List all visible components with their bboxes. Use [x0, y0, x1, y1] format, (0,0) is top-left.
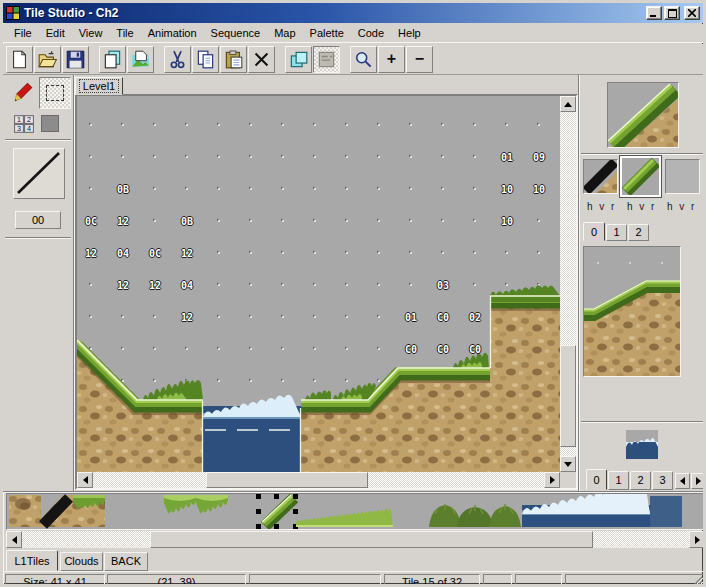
map-code: C0	[437, 312, 449, 323]
menu-animation[interactable]: Animation	[141, 25, 204, 41]
select-tool[interactable]	[39, 77, 71, 109]
anim-tab-0[interactable]: 0	[583, 222, 605, 241]
frame-tab-2[interactable]: 2	[630, 471, 651, 490]
vscroll-thumb[interactable]	[560, 345, 576, 447]
duplicate-tile-button[interactable]	[99, 46, 126, 73]
zoom-out-button[interactable]: −	[406, 46, 433, 73]
tile-variant-empty[interactable]	[665, 159, 700, 194]
zoom-button[interactable]	[350, 46, 377, 73]
map-vscrollbar[interactable]	[560, 96, 576, 472]
new-document-icon	[10, 50, 29, 69]
open-button[interactable]	[34, 46, 61, 73]
titlebar[interactable]: Tile Studio - Ch2	[3, 3, 703, 23]
svg-text:2: 2	[26, 115, 30, 124]
menu-sequence[interactable]: Sequence	[204, 25, 268, 41]
panel-splitter[interactable]	[578, 75, 580, 491]
new-from-image-button[interactable]	[127, 46, 154, 73]
tile-variant-back[interactable]	[583, 159, 618, 194]
menu-file[interactable]: File	[7, 25, 39, 41]
strip-scroll-right-button[interactable]	[689, 531, 705, 548]
pencil-tool[interactable]	[7, 79, 35, 107]
cut-scissors-icon	[168, 50, 187, 69]
frame-tab-3[interactable]: 3	[652, 471, 673, 490]
tab-level1[interactable]: Level1	[75, 77, 123, 95]
scroll-right-button[interactable]	[544, 472, 560, 488]
map-canvas[interactable]: 01090B10100C120B1012040C12121204031201C0…	[77, 96, 560, 472]
frame-tab-1[interactable]: 1	[608, 471, 629, 490]
map-code: 10	[501, 184, 513, 195]
new-button[interactable]	[6, 46, 33, 73]
strip-scroll-left-button[interactable]	[6, 531, 22, 548]
multi-tile-tool[interactable]: 1234	[11, 113, 36, 135]
maximize-icon	[668, 9, 677, 18]
tile-code-button[interactable]: 00	[15, 211, 61, 229]
diagonal-tile-icon	[14, 149, 64, 198]
frame-tab-1-label: 1	[615, 474, 621, 486]
close-button[interactable]	[684, 6, 700, 20]
tile-strip[interactable]	[6, 493, 705, 530]
flip-toggles-1[interactable]: h v r	[587, 201, 616, 212]
flip-toggles-2[interactable]: h v r	[627, 201, 656, 212]
menu-view[interactable]: View	[72, 25, 110, 41]
map-hscrollbar[interactable]	[77, 472, 560, 488]
frame-tab-3-label: 3	[659, 474, 665, 486]
frame-tab-0[interactable]: 0	[586, 469, 607, 490]
pattern-toggle-icon	[317, 50, 336, 69]
delete-button[interactable]	[248, 46, 275, 73]
save-button[interactable]	[62, 46, 89, 73]
tab-back[interactable]: BACK	[104, 552, 148, 571]
anim-tab-1[interactable]: 1	[606, 224, 627, 241]
menu-help[interactable]: Help	[391, 25, 428, 41]
copy-button[interactable]	[192, 46, 219, 73]
strip-tile-grass-diagonal-selected	[256, 494, 298, 529]
tab-l1tiles-label: L1Tiles	[14, 555, 49, 567]
anim-tab-1-label: 1	[613, 226, 619, 238]
tile-arrange-button[interactable]	[285, 46, 312, 73]
zoom-in-button[interactable]: +	[378, 46, 405, 73]
scroll-left-button[interactable]	[77, 472, 93, 488]
minimize-button[interactable]	[646, 6, 662, 20]
svg-text:4: 4	[26, 124, 30, 133]
strip-scroll-thumb[interactable]	[150, 531, 593, 548]
strip-tile-grass-tuft	[164, 495, 196, 514]
right-panel-divider	[581, 153, 705, 155]
status-empty-1	[249, 574, 381, 587]
zoom-out-icon: −	[415, 51, 424, 67]
menu-edit[interactable]: Edit	[39, 25, 72, 41]
pattern-toggle-button[interactable]	[313, 46, 340, 73]
scroll-down-button[interactable]	[560, 456, 576, 472]
hscroll-thumb[interactable]	[206, 472, 368, 488]
menu-tile[interactable]: Tile	[109, 25, 140, 41]
open-folder-icon	[38, 50, 57, 69]
maximize-button[interactable]	[664, 6, 680, 20]
close-icon	[688, 9, 696, 17]
frame-next-button[interactable]	[691, 473, 706, 489]
arrow-down-icon	[564, 462, 572, 471]
anim-tab-2-label: 2	[635, 226, 641, 238]
map-code: 12	[149, 280, 161, 291]
arrow-up-icon	[564, 98, 572, 107]
resize-grip-icon[interactable]	[691, 576, 703, 587]
frame-prev-button[interactable]	[675, 473, 690, 489]
frame-preview	[626, 430, 658, 459]
tab-clouds[interactable]: Clouds	[60, 552, 103, 571]
strip-scrollbar[interactable]	[6, 531, 705, 548]
cut-button[interactable]	[164, 46, 191, 73]
map-code: 0B	[117, 184, 129, 195]
strip-tile-water-solid	[650, 496, 682, 527]
menu-palette[interactable]: Palette	[303, 25, 351, 41]
toolbar-separator	[341, 46, 350, 73]
menu-map[interactable]: Map	[267, 25, 302, 41]
menu-code[interactable]: Code	[351, 25, 391, 41]
multi-tile-icon: 1234	[14, 115, 34, 133]
map-code: 04	[117, 248, 129, 259]
duplicate-tile-icon	[103, 50, 122, 69]
scroll-up-button[interactable]	[560, 96, 576, 112]
flip-toggles-3[interactable]: h v r	[667, 201, 696, 212]
anim-tab-2[interactable]: 2	[628, 224, 649, 241]
solid-fill-tool[interactable]	[39, 113, 61, 133]
paste-button[interactable]	[220, 46, 247, 73]
tile-variant-selected[interactable]	[620, 156, 661, 197]
map-code: 10	[533, 184, 545, 195]
tab-l1tiles[interactable]: L1Tiles	[6, 550, 58, 571]
